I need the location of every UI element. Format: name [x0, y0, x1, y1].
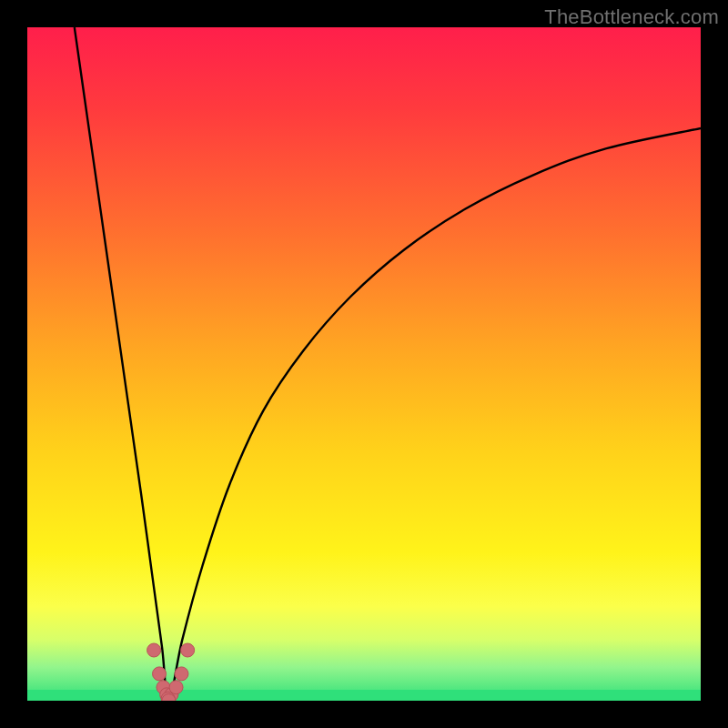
- gradient-background: [27, 27, 701, 701]
- green-band: [27, 690, 701, 701]
- marker-dot: [181, 643, 195, 657]
- plot-area: [27, 27, 701, 701]
- marker-dot: [147, 643, 161, 657]
- marker-dot: [175, 667, 188, 681]
- marker-dot: [169, 681, 183, 694]
- bottleneck-chart: [27, 27, 701, 701]
- watermark-text: TheBottleneck.com: [544, 5, 719, 29]
- chart-frame: TheBottleneck.com: [0, 0, 728, 728]
- marker-dot: [153, 667, 167, 681]
